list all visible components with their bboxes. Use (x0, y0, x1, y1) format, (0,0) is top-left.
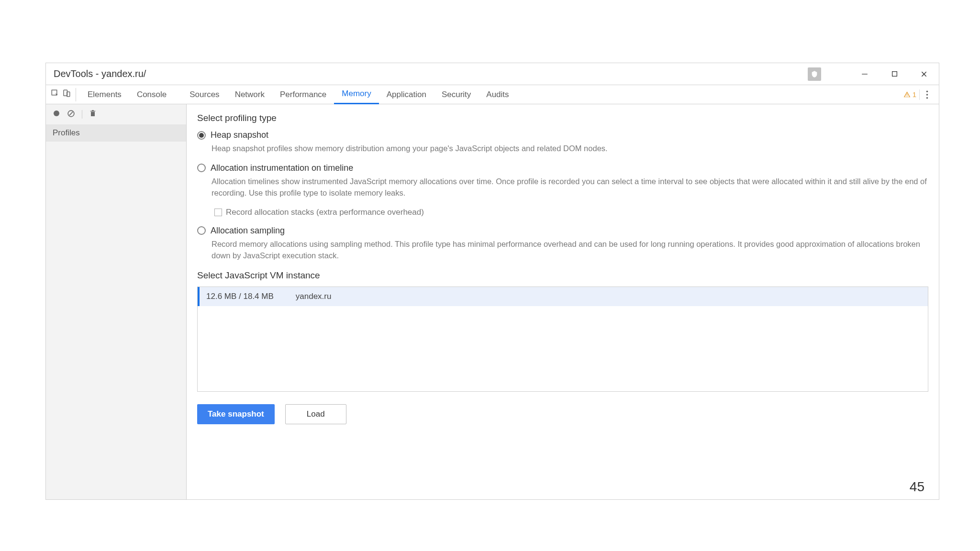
warning-count: 1 (913, 90, 916, 99)
vm-name: yandex.ru (296, 292, 332, 301)
load-button[interactable]: Load (285, 404, 346, 424)
toolbar-divider (82, 110, 82, 119)
tab-performance[interactable]: Performance (272, 85, 334, 104)
select-profiling-title: Select profiling type (197, 113, 928, 123)
select-vm-title: Select JavaScript VM instance (197, 270, 928, 281)
svg-point-5 (926, 94, 928, 96)
radio-icon (197, 226, 206, 235)
checkbox-icon (214, 209, 222, 216)
inspect-tools (51, 88, 76, 101)
radio-heap-snapshot[interactable]: Heap snapshot (197, 130, 928, 140)
radio-icon (197, 131, 206, 140)
tab-memory[interactable]: Memory (334, 85, 379, 104)
radio-allocation-timeline[interactable]: Allocation instrumentation on timeline (197, 163, 928, 173)
heap-snapshot-desc: Heap snapshot profiles show memory distr… (212, 143, 928, 154)
minimize-button[interactable] (850, 63, 880, 85)
svg-point-4 (926, 90, 928, 92)
svg-rect-0 (862, 74, 868, 74)
sidebar: Profiles (46, 104, 187, 499)
vm-size: 12.6 MB / 18.4 MB (206, 292, 274, 301)
record-allocation-stacks-checkbox[interactable]: Record allocation stacks (extra performa… (214, 208, 928, 217)
close-button[interactable] (909, 63, 939, 85)
take-snapshot-button[interactable]: Take snapshot (197, 404, 275, 424)
inspect-element-icon[interactable] (51, 89, 59, 100)
radio-icon (197, 164, 206, 172)
tab-sources[interactable]: Sources (182, 85, 227, 104)
allocation-sampling-desc: Record memory allocations using sampling… (212, 239, 928, 262)
tab-audits[interactable]: Audits (479, 85, 516, 104)
radio-allocation-sampling[interactable]: Allocation sampling (197, 226, 928, 236)
sidebar-toolbar (46, 104, 186, 124)
radio-label: Allocation sampling (211, 226, 285, 236)
svg-point-6 (926, 97, 928, 99)
page-number: 45 (910, 479, 924, 495)
tab-console[interactable]: Console (129, 85, 174, 104)
vm-instance-list: 12.6 MB / 18.4 MB yandex.ru (197, 287, 928, 392)
radio-label: Heap snapshot (211, 130, 268, 140)
titlebar: DevTools - yandex.ru/ (46, 63, 939, 85)
record-icon[interactable] (53, 110, 60, 119)
panel-body: Profiles Select profiling type Heap snap… (46, 104, 939, 499)
clear-icon[interactable] (67, 110, 75, 120)
trash-icon[interactable] (89, 109, 97, 120)
main-panel: Select profiling type Heap snapshot Heap… (187, 104, 939, 499)
tab-elements[interactable]: Elements (80, 85, 129, 104)
device-toolbar-icon[interactable] (62, 89, 71, 100)
sidebar-profiles-section[interactable]: Profiles (46, 124, 186, 142)
maximize-button[interactable] (880, 63, 909, 85)
action-buttons: Take snapshot Load (197, 404, 928, 424)
radio-label: Allocation instrumentation on timeline (211, 163, 353, 173)
checkbox-label: Record allocation stacks (extra performa… (226, 208, 424, 217)
vm-instance-row[interactable]: 12.6 MB / 18.4 MB yandex.ru (198, 287, 928, 306)
warning-badge[interactable]: 1 (903, 89, 920, 100)
svg-point-7 (54, 110, 59, 116)
tab-security[interactable]: Security (434, 85, 479, 104)
browser-shield-icon[interactable] (808, 67, 821, 81)
devtools-tabs: Elements Console Sources Network Perform… (46, 85, 939, 104)
devtools-window: DevTools - yandex.ru/ Elemen (45, 63, 939, 500)
svg-rect-1 (892, 72, 897, 77)
allocation-timeline-desc: Allocation timelines show instrumented J… (212, 176, 928, 199)
tab-network[interactable]: Network (227, 85, 272, 104)
titlebar-controls (808, 63, 939, 85)
tab-application[interactable]: Application (379, 85, 434, 104)
window-title: DevTools - yandex.ru/ (54, 68, 808, 79)
more-options-icon[interactable] (920, 90, 934, 99)
